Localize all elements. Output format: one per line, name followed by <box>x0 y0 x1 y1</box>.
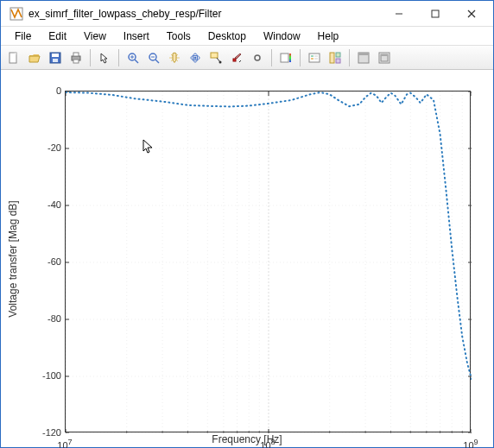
maximize-button[interactable] <box>417 2 453 26</box>
svg-rect-2 <box>432 10 439 17</box>
svg-rect-8 <box>52 54 59 57</box>
svg-rect-29 <box>309 54 320 62</box>
toolbar-separator <box>271 49 272 66</box>
ytick-label: -20 <box>48 142 61 153</box>
close-button[interactable] <box>453 2 490 26</box>
svg-rect-41 <box>381 54 388 56</box>
minimize-button[interactable] <box>381 2 417 26</box>
zoom-out-icon[interactable] <box>144 48 163 67</box>
link-icon[interactable] <box>248 48 267 67</box>
svg-rect-27 <box>281 54 288 62</box>
svg-rect-12 <box>73 60 79 63</box>
toolbar-separator <box>349 49 350 66</box>
ytick-label: -40 <box>48 199 61 210</box>
svg-line-18 <box>155 60 159 63</box>
axes[interactable] <box>65 91 471 432</box>
colorbar-icon[interactable] <box>276 48 295 67</box>
svg-point-25 <box>219 60 222 63</box>
figure-window: ex_simrf_filter_lowpass_cheby_resp/Filte… <box>0 0 494 448</box>
toolbar-separator <box>300 49 301 66</box>
dock-icon[interactable] <box>375 48 394 67</box>
menu-desktop[interactable]: Desktop <box>200 28 255 44</box>
svg-point-22 <box>194 56 197 59</box>
menu-help[interactable]: Help <box>309 28 348 44</box>
toolbar-separator <box>118 49 119 66</box>
menu-view[interactable]: View <box>75 28 115 44</box>
rotate3d-icon[interactable] <box>186 48 205 67</box>
svg-rect-36 <box>336 59 340 63</box>
ytick-label: -80 <box>48 313 61 324</box>
pan-icon[interactable] <box>165 48 184 67</box>
open-file-icon[interactable] <box>25 48 44 67</box>
plot-canvas <box>66 91 472 433</box>
svg-rect-28 <box>289 54 291 62</box>
ytick-label: -120 <box>42 427 61 438</box>
insert-legend-icon[interactable] <box>305 48 324 67</box>
svg-rect-35 <box>336 53 340 57</box>
menubar: File Edit View Insert Tools Desktop Wind… <box>1 27 493 46</box>
svg-rect-11 <box>73 53 79 56</box>
menu-tools[interactable]: Tools <box>158 28 200 44</box>
y-axis-label: Voltage transfer [Mag dB] <box>7 200 19 317</box>
zoom-in-icon[interactable] <box>124 48 142 67</box>
menu-window[interactable]: Window <box>255 28 309 44</box>
xtick-label: 109 <box>463 438 478 448</box>
save-icon[interactable] <box>46 48 65 67</box>
brush-icon[interactable] <box>227 48 246 67</box>
tile-icon[interactable] <box>326 48 345 67</box>
xtick-label: 108 <box>260 438 275 448</box>
new-file-icon[interactable] <box>4 48 23 67</box>
plot-area[interactable]: Voltage transfer [Mag dB] Frequency [Hz]… <box>1 70 493 447</box>
menu-edit[interactable]: Edit <box>40 28 75 44</box>
toolbar-separator <box>90 49 91 66</box>
svg-rect-23 <box>211 53 218 58</box>
ytick-label: 0 <box>56 85 61 96</box>
xtick-label: 107 <box>57 438 72 448</box>
pointer-icon[interactable] <box>95 48 114 67</box>
svg-rect-34 <box>330 53 334 63</box>
app-icon <box>10 7 23 21</box>
data-cursor-icon[interactable] <box>206 48 225 67</box>
svg-rect-26 <box>233 59 236 61</box>
window-controls <box>381 2 490 26</box>
ytick-label: -60 <box>48 256 61 267</box>
window-title: ex_simrf_filter_lowpass_cheby_resp/Filte… <box>28 8 381 20</box>
titlebar: ex_simrf_filter_lowpass_cheby_resp/Filte… <box>1 1 493 27</box>
menu-insert[interactable]: Insert <box>115 28 158 44</box>
float-icon[interactable] <box>354 48 373 67</box>
toolbar <box>1 46 493 70</box>
print-icon[interactable] <box>66 48 86 67</box>
ytick-label: -100 <box>42 370 61 381</box>
svg-rect-9 <box>53 59 58 62</box>
svg-line-14 <box>135 60 138 63</box>
menu-file[interactable]: File <box>6 28 40 44</box>
svg-rect-38 <box>358 53 369 55</box>
